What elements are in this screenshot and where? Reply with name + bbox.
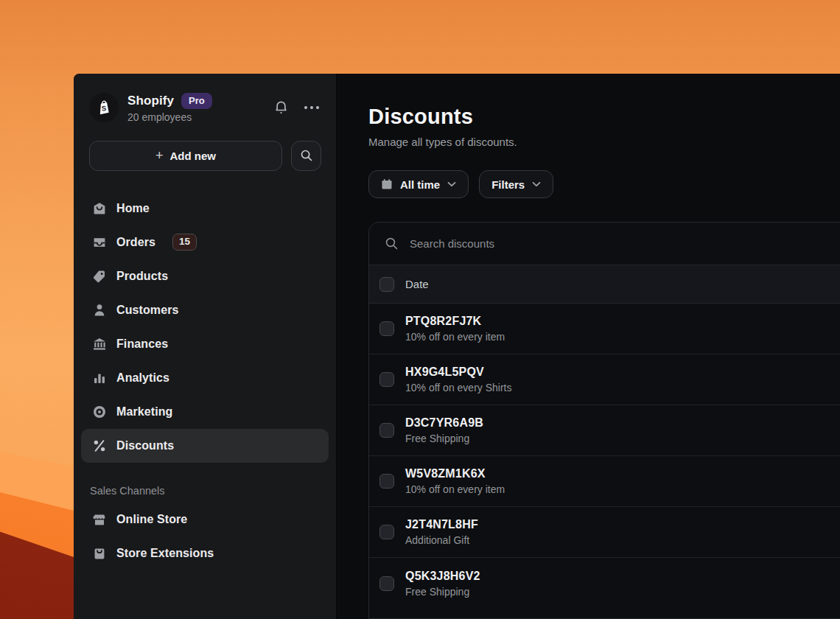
percent-icon <box>92 438 107 453</box>
calendar-icon <box>381 178 393 190</box>
bank-icon <box>92 337 107 352</box>
sidebar-item-label: Products <box>116 270 168 283</box>
sidebar-item-analytics[interactable]: Analytics <box>81 361 329 395</box>
discount-description: Additional Gift <box>405 534 478 546</box>
bar-chart-icon <box>92 371 107 385</box>
plus-icon: + <box>155 149 164 162</box>
add-new-button[interactable]: + Add new <box>89 141 282 171</box>
discount-description: 10% off on every item <box>405 331 505 343</box>
person-icon <box>92 303 107 318</box>
select-all-checkbox[interactable] <box>379 277 394 292</box>
discount-code: HX9G4L5PQV <box>405 366 511 379</box>
table-row[interactable]: W5V8ZM1K6X 10% off on every item <box>369 456 840 507</box>
discount-code: PTQ8R2FJ7K <box>405 315 505 328</box>
search-icon <box>300 149 313 162</box>
filter-row: All time Filters <box>368 170 840 198</box>
app-window: S Shopify Pro 20 employees <box>74 74 840 619</box>
sidebar-item-label: Customers <box>116 304 178 317</box>
discount-description: Free Shipping <box>405 433 483 444</box>
table-row[interactable]: PTQ8R2FJ7K 10% off on every item <box>369 304 840 354</box>
row-checkbox[interactable] <box>379 423 394 438</box>
row-checkbox[interactable] <box>379 372 394 387</box>
table-row[interactable]: HX9G4L5PQV 10% off on every Shirts <box>369 354 840 405</box>
table-header-row: Date <box>369 265 840 304</box>
row-checkbox[interactable] <box>379 576 394 591</box>
sidebar-nav: Home Orders 15 <box>81 192 329 463</box>
column-header-date: Date <box>405 278 429 290</box>
workspace-header: S Shopify Pro 20 employees <box>74 74 336 123</box>
sidebar-item-discounts[interactable]: Discounts <box>81 429 329 463</box>
sales-channels-nav: Online Store Store Extensions <box>81 503 329 570</box>
time-range-label: All time <box>400 178 440 191</box>
discount-code: W5V8ZM1K6X <box>405 467 505 480</box>
sidebar-item-home[interactable]: Home <box>81 192 329 225</box>
chevron-down-icon <box>447 181 456 187</box>
discount-code: Q5K3J8H6V2 <box>405 570 480 583</box>
table-row[interactable]: D3C7YR6A9B Free Shipping <box>369 405 840 456</box>
sidebar-item-label: Discounts <box>116 439 174 452</box>
discount-code: J2T4N7L8HF <box>405 518 478 531</box>
bell-icon[interactable] <box>273 99 289 116</box>
workspace-subtitle: 20 employees <box>127 111 273 123</box>
sidebar-item-customers[interactable]: Customers <box>81 293 329 327</box>
workspace-actions <box>273 99 321 116</box>
row-checkbox[interactable] <box>379 525 394 539</box>
sidebar-item-products[interactable]: Products <box>81 259 329 293</box>
add-new-label: Add new <box>170 150 217 162</box>
page-title: Discounts <box>368 105 840 129</box>
filters-button[interactable]: Filters <box>479 170 553 198</box>
main-content: Discounts Manage all types of discounts.… <box>337 74 840 619</box>
sidebar-item-label: Marketing <box>116 405 172 419</box>
sidebar-item-label: Analytics <box>116 371 169 385</box>
sidebar-item-label: Store Extensions <box>116 547 214 560</box>
filters-label: Filters <box>491 178 525 191</box>
discount-description: 10% off on every Shirts <box>405 382 511 394</box>
sidebar-item-finances[interactable]: Finances <box>81 327 329 361</box>
sidebar-item-label: Orders <box>116 236 155 249</box>
workspace-name: Shopify <box>127 94 174 108</box>
orders-count-badge: 15 <box>172 234 197 251</box>
workspace-meta: Shopify Pro 20 employees <box>127 93 273 123</box>
ellipsis-icon[interactable] <box>304 105 320 110</box>
table-search-row <box>369 223 840 265</box>
sidebar-search-button[interactable] <box>291 141 321 171</box>
row-checkbox[interactable] <box>379 321 394 336</box>
tag-icon <box>92 269 107 284</box>
plan-badge: Pro <box>181 93 212 109</box>
sidebar-item-online-store[interactable]: Online Store <box>81 503 329 536</box>
sales-channels-label: Sales Channels <box>90 485 336 497</box>
storefront-icon <box>92 512 107 527</box>
target-icon <box>92 405 107 419</box>
discounts-table-card: Date PTQ8R2FJ7K 10% off on every item HX… <box>368 222 840 619</box>
sidebar: S Shopify Pro 20 employees <box>74 74 337 619</box>
sidebar-item-label: Finances <box>116 338 168 351</box>
time-range-button[interactable]: All time <box>368 170 469 198</box>
sidebar-item-label: Online Store <box>116 513 187 526</box>
sidebar-actions-row: + Add new <box>89 141 321 171</box>
row-checkbox[interactable] <box>379 474 394 489</box>
orders-icon <box>92 235 107 250</box>
shopping-bag-icon <box>92 546 107 561</box>
discount-description: Free Shipping <box>405 586 480 598</box>
table-row[interactable]: Q5K3J8H6V2 Free Shipping <box>369 558 840 609</box>
sidebar-item-orders[interactable]: Orders 15 <box>81 225 329 259</box>
chevron-down-icon <box>532 181 541 187</box>
sidebar-item-label: Home <box>116 202 150 215</box>
home-icon <box>92 201 107 216</box>
shopify-logo-icon: S <box>89 93 119 122</box>
page-subtitle: Manage all types of discounts. <box>368 136 840 148</box>
sidebar-item-store-extensions[interactable]: Store Extensions <box>81 536 329 570</box>
sidebar-item-marketing[interactable]: Marketing <box>81 395 329 429</box>
search-discounts-input[interactable] <box>410 237 840 250</box>
discount-description: 10% off on every item <box>405 483 505 495</box>
svg-text:S: S <box>102 105 107 113</box>
search-icon <box>385 237 399 251</box>
table-row[interactable]: J2T4N7L8HF Additional Gift <box>369 507 840 558</box>
discount-code: D3C7YR6A9B <box>405 416 483 430</box>
